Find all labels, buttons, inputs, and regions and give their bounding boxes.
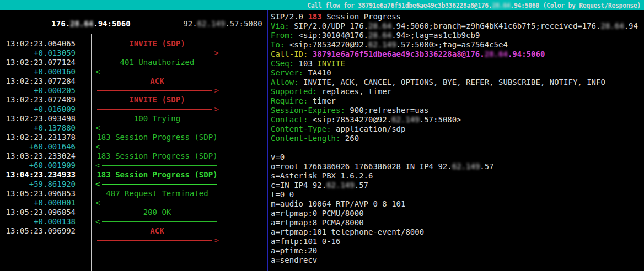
sip-detail-line: a=fmtp:101 0-16 [271, 237, 644, 246]
message-label[interactable]: INVITE (SDP) [92, 39, 223, 48]
message-label[interactable]: 487 Request Terminated [92, 189, 223, 198]
text-run: CSeq: [271, 59, 299, 68]
text-run: 62.149 [326, 181, 355, 189]
arrow-line [102, 72, 217, 72]
sip-detail-line [271, 143, 644, 153]
message-label[interactable]: 183 Session Progress (SDP) [92, 170, 223, 180]
text-run: 28.64 [492, 2, 510, 9]
arrow-line [102, 221, 217, 222]
sip-detail-line: Server: TA410 [271, 68, 644, 78]
sip-detail-line: s=Asterisk PBX 1.6.2.6 [271, 171, 644, 181]
sip-detail-line: t=0 0 [271, 190, 644, 199]
message-label[interactable]: 183 Session Progress (SDP) [92, 133, 223, 142]
endpoint-left-suffix: .94:5060 [93, 19, 130, 28]
message-delta-time: +0.013059 [0, 48, 76, 58]
text-run: SIP/2.0 [271, 12, 308, 21]
sip-message-text: SIP/2.0 183 Session ProgressVia: SIP/2.0… [271, 12, 644, 265]
arrow-line [97, 90, 212, 91]
message-label[interactable]: 200 OK [92, 208, 223, 217]
arrow-head: < [95, 217, 100, 226]
text-run: 900;refresher=uas [350, 106, 428, 115]
arrow-right-icon[interactable]: > [97, 236, 217, 245]
text-run: Call flow for 38791e6a76f51dbe6ae49c3b33… [307, 2, 492, 9]
arrow-left-icon[interactable]: < [97, 198, 217, 208]
text-run: Via: [271, 21, 294, 30]
arrow-line [102, 147, 217, 147]
message-timestamp: 13:02:23.077489 [0, 95, 76, 105]
text-run: 62.149 [452, 162, 480, 171]
sip-detail-line: To: <sip:78534270@92.62.149.57:5080>;tag… [271, 40, 644, 50]
sip-detail-line: Content-Length: 260 [271, 134, 644, 143]
message-timestamp: 13:03:23.233024 [0, 151, 76, 161]
sip-detail-line: SIP/2.0 183 Session Progress [271, 12, 644, 21]
text-run: 28.64 [368, 31, 391, 40]
sip-detail-line: Require: timer [271, 96, 644, 106]
arrow-left-icon[interactable]: < [97, 67, 217, 77]
message-label[interactable]: INVITE (SDP) [92, 95, 223, 105]
arrow-head: < [95, 161, 100, 170]
text-run: Require: [271, 96, 313, 105]
arrow-line [97, 53, 212, 53]
arrow-left-icon[interactable]: < [97, 123, 217, 133]
sip-detail-line: c=IN IP4 92.62.149.57 [271, 181, 644, 190]
text-run: a=rtpmap:101 telephone-event/8000 [271, 227, 424, 236]
message-timestamp: 13:02:23.077284 [0, 77, 76, 86]
endpoint-right-suffix: .57:5080 [225, 19, 262, 28]
text-run: 28.64 [600, 21, 624, 30]
sip-detail-line: Supported: replaces, timer [271, 87, 644, 96]
arrow-left-icon[interactable]: < [97, 180, 217, 189]
sip-detail-line: Call-ID: 38791e6a76f51dbe6ae49c3b336228a… [271, 50, 644, 59]
sip-detail-line: Via: SIP/2.0/UDP 176.28.64.94:5060;branc… [271, 21, 644, 31]
text-run: .94 [624, 21, 638, 30]
text-run: 62.149 [391, 115, 420, 124]
text-run: Contact: [271, 115, 313, 124]
arrow-left-icon[interactable]: < [97, 217, 217, 226]
text-run: a=rtpmap:0 PCMU/8000 [271, 209, 364, 218]
arrow-line [102, 184, 217, 185]
message-delta-time: +59.861920 [0, 180, 76, 189]
sip-detail-line: Contact: <sip:78534270@92.62.149.57:5080… [271, 115, 644, 124]
text-run: Session Progress [322, 12, 401, 21]
text-run: a=fmtp:101 0-16 [271, 237, 340, 246]
text-run: <sip:78534270@92. [289, 40, 368, 49]
arrow-head: > [214, 105, 219, 114]
message-delta-time: +0.016009 [0, 105, 76, 114]
endpoint-left-address: 176.28.64.94:5060 [25, 19, 157, 29]
title-bar: Call flow for 38791e6a76f51dbe6ae49c3b33… [0, 0, 644, 10]
text-run: 62.149 [368, 40, 396, 49]
sip-detail-line: CSeq: 103 INVITE [271, 59, 644, 68]
message-label[interactable]: 401 Unauthorized [92, 58, 223, 67]
arrow-right-icon[interactable]: > [97, 86, 217, 95]
text-run: c=IN IP4 92. [271, 181, 326, 189]
message-label[interactable]: ACK [92, 77, 223, 86]
text-run: application/sdp [336, 124, 405, 133]
call-flow-window: Call flow for 38791e6a76f51dbe6ae49c3b33… [0, 0, 644, 271]
sip-detail-line: a=rtpmap:8 PCMA/8000 [271, 218, 644, 227]
text-run: timer [313, 96, 336, 105]
text-run: 28.64 [485, 50, 508, 58]
arrow-left-icon[interactable]: < [97, 161, 217, 170]
text-run: Session-Expires: [271, 106, 350, 115]
text-run: Supported: [271, 87, 322, 96]
text-run: 183 [308, 12, 321, 21]
text-run: <sip:30104@176. [299, 31, 368, 40]
endpoint-right-redacted-octets: 62.149 [197, 19, 226, 28]
message-label[interactable]: 183 Session Progress (SDP) [92, 151, 223, 161]
text-run: .57 [480, 162, 493, 171]
arrow-head: < [95, 142, 100, 151]
arrow-left-icon[interactable]: < [97, 142, 217, 151]
text-run: Content-Length: [271, 134, 345, 143]
text-run: Allow: [271, 78, 303, 86]
arrow-head: > [214, 48, 219, 58]
message-label[interactable]: 100 Trying [92, 114, 223, 123]
endpoint-right-underline [175, 34, 266, 34]
text-run: s=Asterisk PBX 1.6.2.6 [271, 171, 373, 180]
text-run: SIP/2.0/UDP 176. [294, 21, 368, 30]
arrow-right-icon[interactable]: > [97, 105, 217, 114]
arrow-line [102, 203, 217, 203]
message-timestamp: 13:04:23.234933 [0, 170, 76, 180]
message-delta-time: +0.000205 [0, 86, 76, 95]
arrow-line [97, 109, 212, 110]
arrow-right-icon[interactable]: > [97, 48, 217, 58]
message-label[interactable]: ACK [92, 226, 223, 236]
